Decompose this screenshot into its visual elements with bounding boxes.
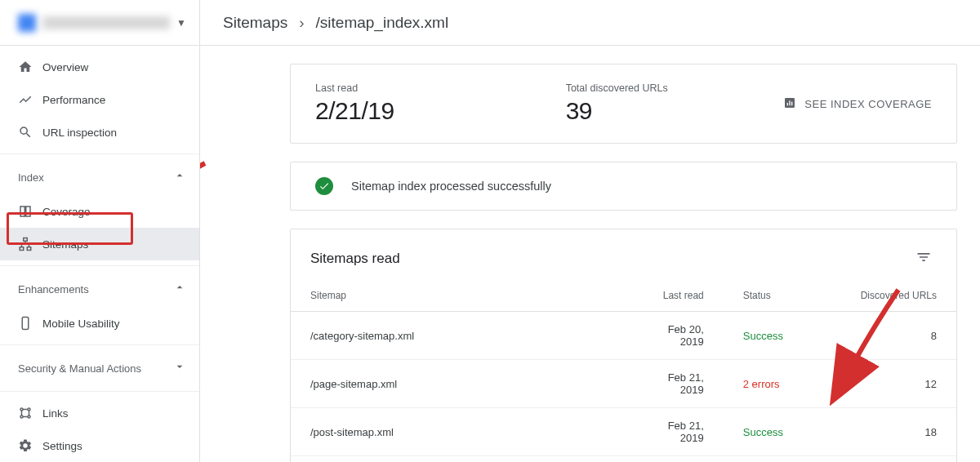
check-circle-icon <box>315 177 333 195</box>
sidebar-item-mobile-usability[interactable]: Mobile Usability <box>0 307 199 340</box>
sitemaps-table: Sitemap Last read Status Discovered URLs… <box>291 280 956 462</box>
gear-icon <box>18 438 42 453</box>
svg-rect-2 <box>24 238 28 242</box>
filter-icon <box>915 249 932 265</box>
col-header-last-read[interactable]: Last read <box>624 280 724 312</box>
cell-last-read: Feb 20, 2019 <box>624 312 724 360</box>
chevron-up-icon <box>173 169 186 186</box>
nav-section-bottom: Links Settings <box>0 392 199 462</box>
cell-urls: 1 <box>823 456 956 463</box>
sidebar-item-label: URL inspection <box>42 127 117 139</box>
sidebar-item-label: Links <box>42 407 69 420</box>
property-icon <box>18 14 36 32</box>
chevron-up-icon <box>173 281 186 298</box>
metric-value: 39 <box>566 97 784 125</box>
cell-sitemap: /post-sitemap.xml <box>291 408 624 456</box>
cell-status: Success <box>724 408 823 456</box>
nav-header-security[interactable]: Security & Manual Actions <box>0 350 199 386</box>
sidebar-item-sitemaps[interactable]: Sitemaps <box>0 228 199 260</box>
sidebar-item-overview[interactable]: Overview <box>0 51 199 83</box>
metric-label: Total discovered URLs <box>566 82 784 94</box>
sidebar-item-label: Performance <box>42 94 105 106</box>
caret-down-icon: ▼ <box>176 17 186 29</box>
table-header: Sitemaps read <box>291 229 956 280</box>
status-card: Sitemap index processed successfully <box>290 162 957 211</box>
cell-last-read: Feb 21, 2019 <box>624 408 724 456</box>
sitemaps-table-card: Sitemaps read Sitemap Last read Status D… <box>290 229 957 462</box>
sidebar-item-settings[interactable]: Settings <box>0 429 199 462</box>
nav-header-label: Enhancements <box>18 283 89 295</box>
svg-rect-0 <box>20 207 24 216</box>
property-selector[interactable]: ▼ <box>0 0 199 46</box>
table-row[interactable]: /tcb_lightbox-sitemap.xmlFeb 20, 2019Suc… <box>291 456 956 463</box>
sidebar-item-coverage[interactable]: Coverage <box>0 195 199 228</box>
cell-urls: 8 <box>823 312 956 360</box>
annotation-arrow-1 <box>200 155 213 237</box>
svg-rect-1 <box>26 207 30 216</box>
sidebar-item-label: Sitemaps <box>42 238 88 251</box>
home-icon <box>18 60 42 74</box>
svg-rect-5 <box>22 318 29 330</box>
sitemap-icon <box>18 237 42 251</box>
cell-sitemap: /page-sitemap.xml <box>291 360 624 408</box>
table-row[interactable]: /page-sitemap.xmlFeb 21, 20192 errors12 <box>291 360 956 408</box>
bar-chart-icon <box>783 96 796 112</box>
cell-last-read: Feb 20, 2019 <box>624 456 724 463</box>
sidebar-item-label: Settings <box>42 440 82 452</box>
sidebar-item-label: Mobile Usability <box>42 318 120 330</box>
property-name-blurred <box>42 16 170 29</box>
performance-icon <box>18 92 42 107</box>
nav-header-enhancements[interactable]: Enhancements <box>0 271 199 307</box>
cell-last-read: Feb 21, 2019 <box>624 360 724 408</box>
table-title: Sitemaps read <box>310 251 400 267</box>
nav-section-enhancements: Enhancements Mobile Usability <box>0 266 199 345</box>
button-label: SEE INDEX COVERAGE <box>804 98 932 110</box>
sidebar-item-label: Coverage <box>42 206 91 218</box>
table-row[interactable]: /post-sitemap.xmlFeb 21, 2019Success18 <box>291 408 956 456</box>
metrics-card: Last read 2/21/19 Total discovered URLs … <box>290 64 957 144</box>
metric-last-read: Last read 2/21/19 <box>315 82 533 125</box>
col-header-urls[interactable]: Discovered URLs <box>823 280 956 312</box>
sidebar-item-performance[interactable]: Performance <box>0 83 199 116</box>
filter-button[interactable] <box>911 244 937 273</box>
sidebar-item-url-inspection[interactable]: URL inspection <box>0 116 199 149</box>
links-icon <box>18 406 42 420</box>
coverage-icon <box>18 204 42 219</box>
nav-header-label: Index <box>18 171 44 184</box>
main-content: Sitemaps › /sitemap_index.xml Last read … <box>200 0 980 462</box>
svg-point-7 <box>28 408 30 411</box>
cell-sitemap: /tcb_lightbox-sitemap.xml <box>291 456 624 463</box>
cell-urls: 18 <box>823 408 956 456</box>
cell-status: Success <box>724 456 823 463</box>
breadcrumb-current: /sitemap_index.xml <box>316 14 449 32</box>
svg-rect-3 <box>20 247 24 251</box>
svg-rect-12 <box>790 100 791 105</box>
metric-total-urls: Total discovered URLs 39 <box>566 82 784 125</box>
mobile-icon <box>18 316 42 331</box>
svg-rect-13 <box>791 101 792 105</box>
nav-header-index[interactable]: Index <box>0 159 199 195</box>
chevron-down-icon <box>173 360 186 377</box>
table-row[interactable]: /category-sitemap.xmlFeb 20, 2019Success… <box>291 312 956 360</box>
svg-point-8 <box>20 415 23 418</box>
col-header-sitemap[interactable]: Sitemap <box>291 280 624 312</box>
status-message: Sitemap index processed successfully <box>351 180 551 193</box>
see-index-coverage-button[interactable]: SEE INDEX COVERAGE <box>783 96 932 112</box>
search-icon <box>18 125 42 140</box>
cell-status: 2 errors <box>724 360 823 408</box>
nav-section-security: Security & Manual Actions <box>0 345 199 392</box>
breadcrumb: Sitemaps › /sitemap_index.xml <box>200 0 980 46</box>
breadcrumb-separator-icon: › <box>299 14 304 32</box>
svg-rect-4 <box>27 247 31 251</box>
svg-point-6 <box>20 408 23 411</box>
metric-label: Last read <box>315 82 533 94</box>
col-header-status[interactable]: Status <box>724 280 823 312</box>
cell-status: Success <box>724 312 823 360</box>
metric-value: 2/21/19 <box>315 97 533 125</box>
nav-header-label: Security & Manual Actions <box>18 362 141 375</box>
svg-point-9 <box>28 415 30 418</box>
cell-sitemap: /category-sitemap.xml <box>291 312 624 360</box>
breadcrumb-root[interactable]: Sitemaps <box>223 14 287 32</box>
sidebar-item-links[interactable]: Links <box>0 397 199 429</box>
sidebar: ▼ Overview Performance URL inspection In… <box>0 0 200 462</box>
